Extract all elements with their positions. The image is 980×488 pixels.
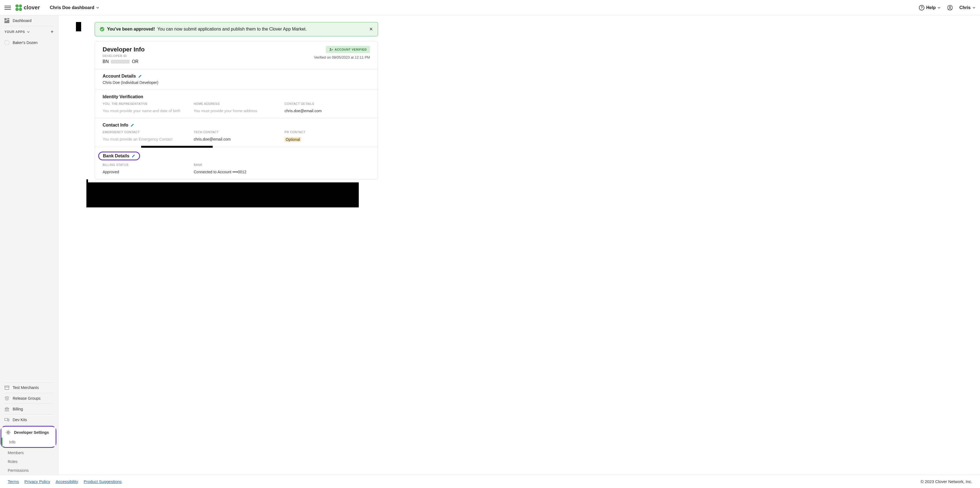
sidebar-item-label: Developer Settings: [14, 430, 49, 435]
sidebar-sub-label: Permissions: [8, 468, 29, 472]
redaction-block: [86, 182, 359, 207]
sidebar-sub-label: Info: [9, 440, 15, 444]
emergency-placeholder: You must provide an Emergency Contact: [103, 137, 188, 141]
footer-link-privacy[interactable]: Privacy Policy: [24, 479, 50, 484]
sidebar-sub-permissions[interactable]: Permissions: [0, 466, 58, 475]
chevron-down-icon: [27, 30, 30, 33]
developer-info-card: Developer Info DEVELOPER ID BNOR ACCOUNT…: [95, 41, 378, 180]
gear-icon: [6, 430, 11, 435]
help-label: Help: [926, 5, 936, 10]
sidebar-app-label: Baker's Dozen: [13, 40, 38, 45]
sidebar-item-release-groups[interactable]: Release Groups: [0, 393, 58, 404]
dashboard-icon: [5, 18, 10, 23]
verified-timestamp: Verified on 09/05/2023 at 12:11 PM: [314, 55, 370, 59]
dashboard-selector[interactable]: Chris Doe dashboard: [50, 5, 99, 10]
sidebar-item-label: Test Merchants: [13, 385, 39, 390]
sidebar-item-developer-settings[interactable]: Developer Settings: [2, 427, 56, 438]
contact-info-title: Contact Info: [103, 123, 128, 128]
sidebar-sub-label: Roles: [8, 459, 18, 464]
bank-label: BANK: [194, 163, 370, 167]
svg-rect-3: [7, 18, 10, 19]
pencil-icon[interactable]: [138, 74, 142, 78]
clover-icon: [15, 5, 22, 11]
sidebar-sub-info[interactable]: Info: [2, 438, 56, 447]
rep-label: YOU, THE REPRESENTATIVE: [103, 102, 188, 105]
bank-details-highlight: Bank Details: [98, 151, 140, 161]
tech-value: chris.doe@email.com: [194, 137, 279, 141]
copyright: © 2023 Clover Network, Inc.: [921, 479, 972, 484]
sidebar: Dashboard YOUR APPS + Baker's Dozen Test…: [0, 16, 58, 475]
svg-rect-4: [7, 20, 10, 21]
alert-strong: You've been approved!: [107, 27, 155, 31]
svg-point-1: [949, 6, 951, 8]
bank-icon: [5, 407, 10, 412]
logo: clover: [15, 5, 40, 11]
contact-details-value: chris.doe@email.com: [285, 109, 370, 113]
svg-rect-5: [5, 21, 10, 23]
contact-details-label: CONTACT DETAILS: [285, 102, 370, 105]
tech-label: TECH CONTACT: [194, 130, 279, 134]
main-content: You've been approved! You can now submit…: [58, 16, 980, 475]
user-label: Chris: [959, 5, 970, 10]
user-menu[interactable]: Chris: [959, 5, 975, 10]
redaction-block: [76, 22, 81, 31]
footer-link-terms[interactable]: Terms: [8, 479, 19, 484]
dashboard-label: Chris Doe dashboard: [50, 5, 94, 10]
sidebar-sub-members[interactable]: Members: [0, 448, 58, 457]
approval-alert: You've been approved! You can now submit…: [95, 22, 378, 36]
sidebar-item-test-merchants[interactable]: Test Merchants: [0, 382, 58, 393]
svg-rect-8: [8, 419, 9, 421]
help-icon: ?: [919, 5, 924, 10]
sidebar-item-label: Release Groups: [13, 396, 40, 401]
account-name: Chris Doe (Individual Developer): [103, 80, 370, 85]
logo-text: clover: [24, 5, 40, 11]
close-icon[interactable]: ×: [369, 26, 373, 32]
svg-point-10: [330, 48, 331, 50]
pencil-icon[interactable]: [132, 154, 135, 158]
sidebar-item-dev-kits[interactable]: Dev Kits: [0, 415, 58, 425]
verified-user-icon: [329, 48, 333, 51]
sidebar-item-label: Billing: [13, 407, 23, 411]
identity-title: Identity Verification: [103, 94, 143, 99]
developer-id-value: BNOR: [103, 59, 370, 64]
chevron-down-icon: [972, 6, 975, 10]
pencil-icon[interactable]: [130, 123, 134, 127]
devices-icon: [5, 417, 10, 422]
footer: Terms Privacy Policy Accessibility Produ…: [0, 475, 980, 488]
app-placeholder-icon: [5, 40, 10, 45]
home-label: HOME ADDRESS: [194, 102, 279, 105]
badge-text: ACCOUNT VERIFIED: [334, 48, 367, 51]
your-apps-label: YOUR APPS: [5, 30, 25, 34]
help-button[interactable]: ? Help: [919, 5, 941, 10]
rep-placeholder: You must provide your name and date of b…: [103, 109, 188, 113]
redacted-segment: [111, 60, 130, 64]
emergency-label: EMERGENCY CONTACT: [103, 130, 188, 134]
check-icon: [100, 27, 104, 31]
chevron-down-icon: [937, 6, 941, 10]
sidebar-app-item[interactable]: Baker's Dozen: [0, 37, 58, 48]
dev-id-prefix: BN: [103, 59, 109, 64]
your-apps-header[interactable]: YOUR APPS +: [0, 26, 58, 37]
sidebar-sub-roles[interactable]: Roles: [0, 457, 58, 466]
svg-point-9: [8, 432, 9, 433]
chevron-down-icon: [96, 6, 99, 10]
sidebar-item-label: Dev Kits: [13, 418, 27, 422]
sidebar-item-label: Dashboard: [13, 18, 32, 23]
bank-value: Connected to Account ••••0012: [194, 170, 370, 174]
svg-rect-7: [5, 418, 8, 421]
home-placeholder: You must provide your home address: [194, 109, 279, 113]
footer-link-accessibility[interactable]: Accessibility: [56, 479, 78, 484]
account-icon[interactable]: [947, 5, 953, 10]
sidebar-item-billing[interactable]: Billing: [0, 404, 58, 414]
alert-text: You can now submit applications and publ…: [158, 27, 307, 31]
menu-icon[interactable]: [5, 5, 11, 11]
sidebar-item-dashboard[interactable]: Dashboard: [0, 16, 58, 26]
footer-link-suggestions[interactable]: Product Suggestions: [84, 479, 122, 484]
plus-icon[interactable]: +: [51, 29, 54, 35]
developer-settings-highlight: Developer Settings Info: [0, 426, 56, 448]
layers-icon: [5, 396, 10, 401]
account-details-title: Account Details: [103, 74, 136, 79]
bank-title: Bank Details: [103, 154, 129, 159]
pr-label: PR CONTACT: [285, 130, 370, 134]
svg-rect-6: [5, 40, 9, 45]
